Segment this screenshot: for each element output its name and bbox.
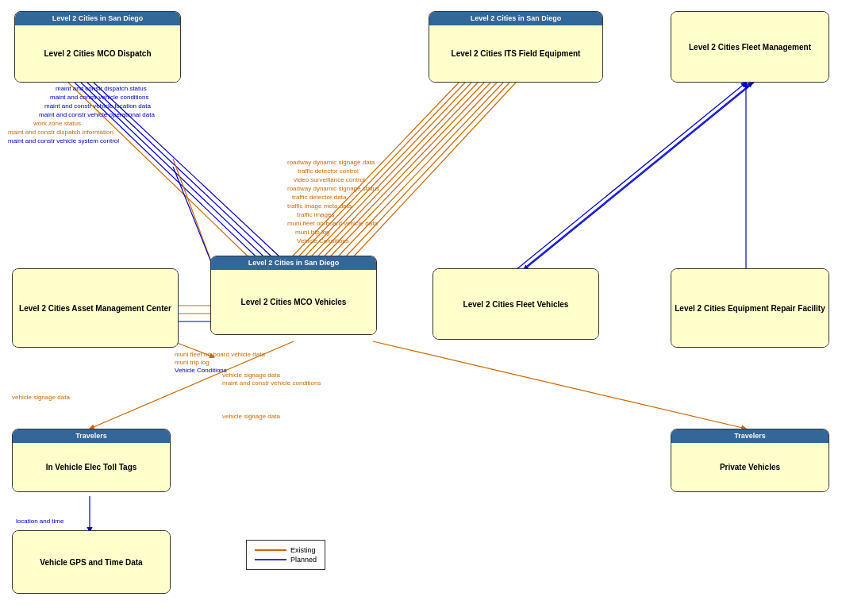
node-fleet-vehicles-body: Level 2 Cities Fleet Vehicles xyxy=(433,269,598,339)
node-its-field: Level 2 Cities in San Diego Level 2 Citi… xyxy=(429,11,603,83)
svg-line-21 xyxy=(516,83,746,270)
label-traffic-detector-ctrl: traffic detector control xyxy=(298,167,359,175)
label-roadway-signage: roadway dynamic signage data xyxy=(287,159,375,166)
label-muni-fleet-asset: muni fleet on-board vehicle data xyxy=(175,351,265,358)
node-mco-vehicles: Level 2 Cities in San Diego Level 2 Citi… xyxy=(210,256,377,335)
label-vehicle-signage-mco: vehicle signage data xyxy=(222,372,280,379)
node-toll-tags: Travelers In Vehicle Elec Toll Tags xyxy=(12,429,171,492)
node-mco-dispatch-body: Level 2 Cities MCO Dispatch xyxy=(15,25,180,82)
legend-planned: Planned xyxy=(255,556,317,564)
node-fleet-mgmt-body: Level 2 Cities Fleet Management xyxy=(671,12,829,82)
legend-existing: Existing xyxy=(255,546,317,554)
node-asset-mgmt-body: Level 2 Cities Asset Management Center xyxy=(13,269,178,347)
label-traffic-images: traffic images xyxy=(297,211,334,218)
label-vehicle-location: maint and constr vehicle location data xyxy=(44,102,151,110)
node-equip-repair-body: Level 2 Cities Equipment Repair Facility xyxy=(671,269,829,347)
legend-existing-label: Existing xyxy=(290,546,316,554)
node-asset-mgmt: Level 2 Cities Asset Management Center xyxy=(12,268,179,348)
label-dispatch-status: maint and constr dispatch status xyxy=(56,85,147,92)
svg-line-22 xyxy=(522,83,752,270)
label-muni-trip-asset: muni trip log xyxy=(175,359,210,366)
label-work-zone: work zone status xyxy=(33,120,81,127)
label-vehicle-sys-ctrl: maint and constr vehicle system control xyxy=(8,137,119,144)
node-mco-vehicles-body: Level 2 Cities MCO Vehicles xyxy=(211,270,376,334)
node-mco-dispatch: Level 2 Cities in San Diego Level 2 Citi… xyxy=(14,11,181,83)
svg-line-24 xyxy=(373,341,746,429)
label-muni-trip-log: muni trip log xyxy=(295,229,330,236)
svg-line-6 xyxy=(173,167,214,270)
label-vehicle-signage-toll: vehicle signage data xyxy=(222,413,280,420)
node-equip-repair: Level 2 Cities Equipment Repair Facility xyxy=(671,268,829,348)
label-video-surveillance: video surveillance control xyxy=(294,176,365,183)
node-private-vehicles-header: Travelers xyxy=(671,429,829,443)
label-location-time: location and time xyxy=(16,518,63,525)
node-private-vehicles-body: Private Vehicles xyxy=(671,443,829,491)
legend: Existing Planned xyxy=(246,540,325,570)
svg-line-27 xyxy=(524,83,754,270)
label-traffic-image-meta: traffic image meta data xyxy=(287,202,352,210)
legend-existing-line xyxy=(255,549,286,551)
node-fleet-vehicles: Level 2 Cities Fleet Vehicles xyxy=(433,268,599,340)
label-vehicle-signage-asset: vehicle signage data xyxy=(12,394,70,401)
node-private-vehicles: Travelers Private Vehicles xyxy=(671,429,829,492)
svg-line-5 xyxy=(173,159,214,270)
node-toll-tags-header: Travelers xyxy=(13,429,170,443)
legend-planned-line xyxy=(255,559,286,560)
node-fleet-mgmt: Level 2 Cities Fleet Management xyxy=(671,11,829,83)
label-traffic-detector-data: traffic detector data xyxy=(292,194,346,201)
node-gps-time-body: Vehicle GPS and Time Data xyxy=(13,531,170,593)
node-gps-time: Vehicle GPS and Time Data xyxy=(12,530,171,594)
label-maint-constr-cond: maint and constr vehicle conditions xyxy=(222,379,321,387)
label-roadway-signage-status: roadway dynamic signage status xyxy=(287,185,379,192)
node-mco-dispatch-header: Level 2 Cities in San Diego xyxy=(15,12,180,25)
legend-planned-label: Planned xyxy=(290,556,317,564)
svg-line-7 xyxy=(341,83,516,270)
node-mco-vehicles-header: Level 2 Cities in San Diego xyxy=(211,256,376,270)
label-vehicle-conditions: maint and constr vehicle conditions xyxy=(50,94,149,101)
node-toll-tags-body: In Vehicle Elec Toll Tags xyxy=(13,443,170,491)
diagram-container: Level 2 Cities in San Diego Level 2 Citi… xyxy=(0,0,842,616)
label-muni-fleet-onboard: muni fleet on-board vehicle data xyxy=(287,220,378,227)
label-vehicle-cond-asset: Vehicle Conditions xyxy=(175,367,227,374)
node-its-field-body: Level 2 Cities ITS Field Equipment xyxy=(429,25,602,82)
label-dispatch-info: maint and constr dispatch information xyxy=(8,129,113,136)
label-vehicle-cond2: Vehicle Conditions xyxy=(297,237,349,244)
label-vehicle-operational: maint and constr vehicle operational dat… xyxy=(39,111,155,118)
node-its-field-header: Level 2 Cities in San Diego xyxy=(429,12,602,25)
